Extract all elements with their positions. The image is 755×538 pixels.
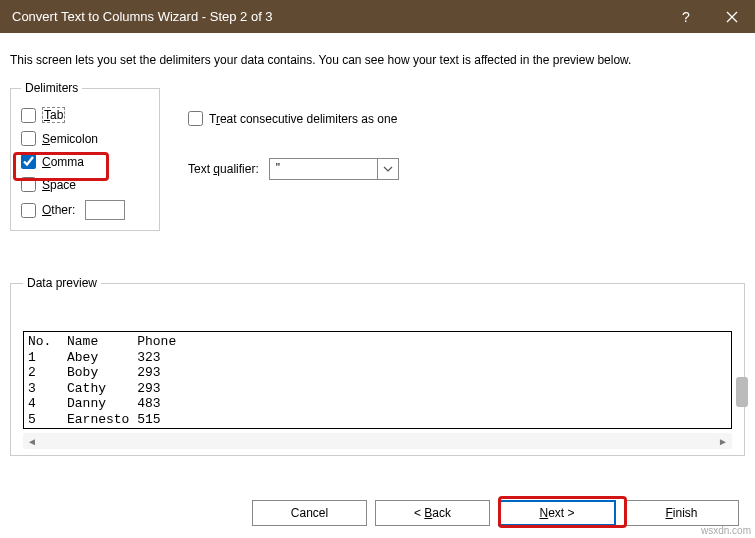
close-button[interactable]	[709, 0, 755, 33]
comma-checkbox[interactable]	[21, 154, 36, 169]
delimiters-legend: Delimiters	[21, 81, 82, 95]
qualifier-value: "	[270, 159, 378, 179]
description-text: This screen lets you set the delimiters …	[0, 33, 755, 81]
watermark: wsxdn.com	[701, 525, 751, 536]
vertical-scrollbar[interactable]	[736, 377, 748, 407]
back-button[interactable]: < Back	[375, 500, 490, 526]
close-icon	[726, 11, 738, 23]
preview-box: No. Name Phone 1 Abey 323 2 Boby 293 3 C…	[23, 331, 732, 429]
semicolon-checkbox[interactable]	[21, 131, 36, 146]
consecutive-label: Treat consecutive delimiters as one	[209, 112, 397, 126]
scroll-left-icon: ◄	[27, 436, 37, 447]
button-row: Cancel < Back Next > Finish	[252, 500, 739, 526]
finish-button[interactable]: Finish	[624, 500, 739, 526]
preview-content: No. Name Phone 1 Abey 323 2 Boby 293 3 C…	[24, 332, 731, 429]
qualifier-dropdown[interactable]: "	[269, 158, 399, 180]
horizontal-scrollbar[interactable]: ◄ ►	[23, 433, 732, 449]
data-preview-group: Data preview No. Name Phone 1 Abey 323 2…	[10, 276, 745, 456]
next-button[interactable]: Next >	[498, 500, 616, 526]
comma-label: Comma	[42, 155, 84, 169]
data-preview-legend: Data preview	[23, 276, 101, 290]
delimiters-group: Delimiters Tab Semicolon Comma Space Oth…	[10, 81, 160, 231]
window-title: Convert Text to Columns Wizard - Step 2 …	[12, 9, 663, 24]
space-checkbox[interactable]	[21, 177, 36, 192]
chevron-down-icon	[378, 159, 398, 179]
qualifier-label: Text qualifier:	[188, 162, 259, 176]
other-input[interactable]	[85, 200, 125, 220]
cancel-button[interactable]: Cancel	[252, 500, 367, 526]
space-label: Space	[42, 178, 76, 192]
titlebar: Convert Text to Columns Wizard - Step 2 …	[0, 0, 755, 33]
tab-label: Tab	[42, 107, 65, 123]
tab-checkbox[interactable]	[21, 108, 36, 123]
other-checkbox[interactable]	[21, 203, 36, 218]
consecutive-checkbox[interactable]	[188, 111, 203, 126]
semicolon-label: Semicolon	[42, 132, 98, 146]
other-label: Other:	[42, 203, 75, 217]
help-button[interactable]: ?	[663, 0, 709, 33]
scroll-right-icon: ►	[718, 436, 728, 447]
